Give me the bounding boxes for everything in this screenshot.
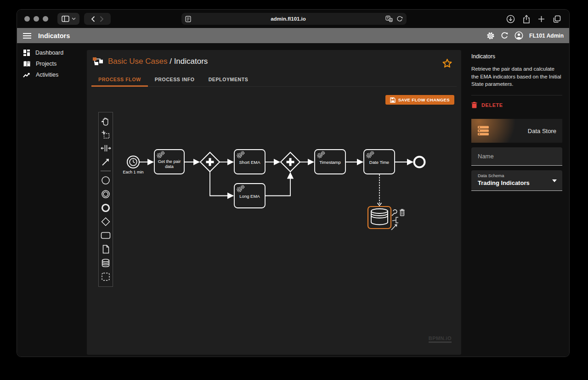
tab-overview-icon[interactable] xyxy=(553,15,561,23)
name-input[interactable] xyxy=(471,147,562,166)
dashboard-icon xyxy=(23,49,30,56)
zoom-window-button[interactable] xyxy=(43,16,48,22)
node-parallel-gateway-split[interactable] xyxy=(200,152,220,172)
dropdown-caret-icon xyxy=(552,179,557,182)
node-task-date-time[interactable]: Date Time xyxy=(364,150,395,174)
connect-arrow-icon[interactable] xyxy=(391,224,397,230)
data-store-cylinder-icon xyxy=(371,209,388,225)
node-timer-start-event[interactable]: Each 1 min xyxy=(123,156,143,174)
wrench-icon[interactable] xyxy=(392,210,397,216)
node-parallel-gateway-join[interactable] xyxy=(281,152,300,172)
chrome-toolbar-right xyxy=(506,10,561,28)
data-schema-select[interactable]: Data Schema Trading Indicators xyxy=(471,170,562,191)
data-store-card-iconbox xyxy=(471,119,495,143)
data-schema-label: Data Schema xyxy=(478,173,556,178)
refresh-icon[interactable] xyxy=(501,32,509,39)
browser-chrome: admin.fl101.io xyxy=(17,10,569,28)
downloads-icon[interactable] xyxy=(506,15,515,23)
node-label-line1: Get the pair xyxy=(158,159,181,164)
divider xyxy=(471,95,562,95)
delete-trash-icon xyxy=(471,101,477,108)
data-store-card-header: Data Store xyxy=(471,119,562,143)
left-sidebar: Dashboard Projects Activities xyxy=(17,43,87,357)
node-label: Short EMA xyxy=(239,160,261,165)
node-task-short-ema[interactable]: Short EMA xyxy=(234,150,265,174)
node-task-timestamp[interactable]: Timestamp xyxy=(315,150,345,174)
nav-buttons xyxy=(84,13,111,25)
page-title: Indicators xyxy=(38,32,70,39)
minimize-window-button[interactable] xyxy=(34,16,39,22)
node-label: Each 1 min xyxy=(123,170,143,174)
translate-icon[interactable] xyxy=(385,16,393,22)
sidebar-item-label: Activities xyxy=(36,72,58,78)
node-task-long-ema[interactable]: Long EMA xyxy=(234,184,265,208)
node-label: Long EMA xyxy=(239,194,260,199)
node-label-line2: data xyxy=(165,164,174,169)
data-store-card: Data Store Data Schema Trading Indicator… xyxy=(471,119,562,191)
close-window-button[interactable] xyxy=(24,16,30,22)
data-store-card-title: Data Store xyxy=(528,128,562,134)
delete-button[interactable]: DELETE xyxy=(471,101,562,108)
data-association-edge[interactable] xyxy=(378,175,382,206)
inspector-panel: Indicators Retrieve the pair data and ca… xyxy=(467,43,569,357)
user-avatar-icon[interactable] xyxy=(514,31,523,40)
app-body: Dashboard Projects Activities xyxy=(17,43,569,357)
activity-chart-icon xyxy=(23,72,31,78)
sidebar-item-label: Projects xyxy=(36,61,57,67)
bpmn-io-watermark[interactable]: BPMN.iO xyxy=(429,335,452,343)
inspector-description: Retrieve the pair data and calculate the… xyxy=(471,65,562,88)
node-label: Timestamp xyxy=(319,160,341,165)
menu-icon[interactable] xyxy=(23,33,32,39)
process-canvas-panel: Basic Use Cases / Indicators PROCESS FLO… xyxy=(87,50,461,355)
node-end-event[interactable] xyxy=(414,157,425,168)
reload-icon[interactable] xyxy=(396,16,403,22)
sidebar-item-label: Dashboard xyxy=(35,50,63,56)
book-icon xyxy=(23,61,31,67)
browser-window: admin.fl101.io xyxy=(17,9,570,357)
bpmn-diagram[interactable]: Each 1 min Get the pair data xyxy=(87,50,461,355)
data-store-list-icon xyxy=(477,126,489,136)
sidebar-item-dashboard[interactable]: Dashboard xyxy=(17,47,87,58)
sidebar-item-activities[interactable]: Activities xyxy=(17,69,87,80)
traffic-lights xyxy=(24,16,48,22)
url-text[interactable]: admin.fl101.io xyxy=(191,16,385,22)
node-label: Date Time xyxy=(369,160,389,165)
inspector-title: Indicators xyxy=(471,53,562,60)
chevron-down-icon xyxy=(72,17,76,20)
user-name[interactable]: FL101 Admin xyxy=(529,33,564,39)
forward-button[interactable] xyxy=(100,16,104,22)
back-button[interactable] xyxy=(91,16,95,22)
app-header: Indicators FL101 Admin xyxy=(17,28,569,43)
sidebar-panel-icon xyxy=(62,16,69,22)
trash-icon[interactable] xyxy=(400,209,405,216)
delete-button-label: DELETE xyxy=(481,102,503,108)
node-task-get-pair-data[interactable]: Get the pair data xyxy=(154,150,184,174)
sidebar-toggle-button[interactable] xyxy=(57,13,79,25)
node-data-store[interactable] xyxy=(368,207,391,229)
data-schema-value: Trading Indicators xyxy=(478,179,556,186)
sidebar-item-projects[interactable]: Projects xyxy=(17,58,87,69)
reader-icon[interactable] xyxy=(185,16,191,22)
text-annotation-icon[interactable] xyxy=(392,218,398,223)
address-bar[interactable]: admin.fl101.io xyxy=(181,13,407,25)
settings-gear-icon[interactable] xyxy=(486,32,495,40)
context-pad xyxy=(391,209,405,230)
new-tab-icon[interactable] xyxy=(538,16,545,22)
share-icon[interactable] xyxy=(523,15,530,23)
